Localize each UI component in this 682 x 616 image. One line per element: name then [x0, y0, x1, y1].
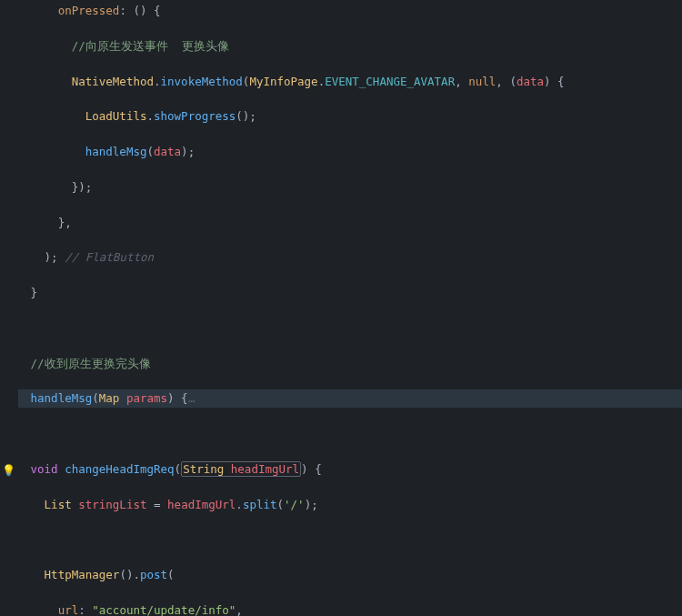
code-line: [18, 425, 682, 442]
code-line: }: [18, 284, 682, 301]
gutter: 💡: [0, 0, 13, 616]
lightbulb-icon[interactable]: 💡: [2, 462, 15, 480]
code-line: LoadUtils.showProgress();: [18, 107, 682, 125]
code-line: List stringList = headImgUrl.split('/');: [18, 496, 682, 513]
code-line: onPressed: () {: [18, 2, 682, 19]
code-line: ); // FlatButton: [18, 248, 682, 266]
code-area[interactable]: onPressed: () { //向原生发送事件 更换头像 NativeMet…: [0, 0, 682, 616]
fold-marker[interactable]: …: [188, 391, 196, 405]
code-line-highlighted: handleMsg(Map params) {…: [18, 389, 682, 407]
code-line: void changeHeadImgReq(String headImgUrl)…: [18, 460, 682, 478]
code-line: HttpManager().post(: [18, 566, 682, 583]
code-editor[interactable]: 💡 onPressed: () { //向原生发送事件 更换头像 NativeM…: [0, 0, 682, 616]
code-line: url: "account/update/info",: [18, 601, 682, 616]
code-line: //向原生发送事件 更换头像: [18, 37, 682, 55]
code-line: NativeMethod.invokeMethod(MyInfoPage.EVE…: [18, 73, 682, 90]
code-line: //收到原生更换完头像: [18, 355, 682, 372]
code-line: [18, 530, 682, 548]
code-line: [18, 319, 682, 337]
code-line: });: [18, 178, 682, 196]
code-line: },: [18, 214, 682, 231]
code-line: handleMsg(data);: [18, 143, 682, 160]
